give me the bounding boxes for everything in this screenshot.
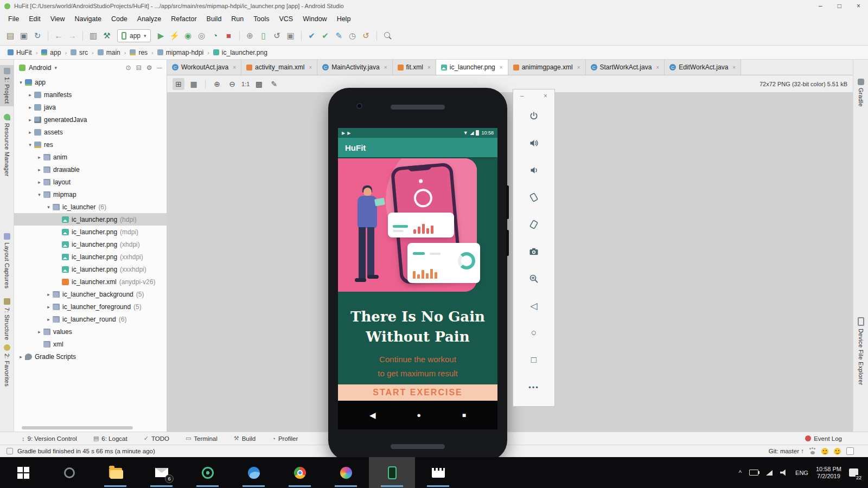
menu-item-file[interactable]: File xyxy=(3,15,24,23)
tree-item-ic-launcher-png-xhdpi[interactable]: ic_launcher.png(xhdpi) xyxy=(14,238,167,251)
tree-item-generatedjava[interactable]: ▸generatedJava xyxy=(14,113,167,126)
taskbar-edge[interactable] xyxy=(231,457,277,488)
tree-item-ic-launcher-round-6[interactable]: ▸ic_launcher_round(6) xyxy=(14,313,167,325)
settings-icon[interactable]: ⚙ xyxy=(146,64,152,72)
emulator-zoom-button[interactable] xyxy=(513,265,554,292)
tree-item-ic-launcher-png-hdpi[interactable]: ic_launcher.png(hdpi) xyxy=(14,213,167,226)
expand-arrow-icon[interactable]: ▾ xyxy=(45,204,52,210)
taskbar-mail[interactable]: 6 xyxy=(138,457,184,488)
edit-pencil-icon[interactable]: ✎ xyxy=(268,78,280,90)
volume-icon[interactable] xyxy=(780,470,788,476)
emulator-overview-button[interactable]: □ xyxy=(513,346,554,374)
emulator-rotate-right-button[interactable] xyxy=(513,211,554,238)
expand-arrow-icon[interactable]: ▸ xyxy=(27,92,34,98)
checker-background-icon[interactable]: ▩ xyxy=(253,78,265,90)
breadcrumb-item-app[interactable]: app xyxy=(39,48,63,57)
battery-icon[interactable] xyxy=(749,470,758,476)
taskbar-video[interactable] xyxy=(415,457,461,488)
expand-arrow-icon[interactable]: ▸ xyxy=(45,304,52,310)
tab-mainactivity-java[interactable]: MainActivity.java× xyxy=(317,60,392,75)
taskbar-android-studio[interactable] xyxy=(184,457,231,488)
menu-item-window[interactable]: Window xyxy=(298,15,331,23)
taskbar-start[interactable] xyxy=(0,457,46,488)
menu-item-analyze[interactable]: Analyze xyxy=(132,15,166,23)
tab-close-icon[interactable]: × xyxy=(656,65,659,70)
tree-item-java[interactable]: ▸java xyxy=(14,101,167,113)
emulator-screenshot-button[interactable] xyxy=(513,238,554,265)
menu-item-help[interactable]: Help xyxy=(332,15,356,23)
hide-panel-icon[interactable]: ─ xyxy=(157,64,162,72)
breadcrumb-item-ic-launcher-png[interactable]: ic_launcher.png xyxy=(211,48,270,57)
debug-icon[interactable]: ◉ xyxy=(182,30,194,42)
toolwindow-resource-manager[interactable]: Resource Manager xyxy=(0,111,14,179)
horizontal-scrollbar[interactable] xyxy=(22,426,133,429)
expand-arrow-icon[interactable]: ▸ xyxy=(27,130,34,135)
build-hammer-icon[interactable]: ⚒ xyxy=(101,30,113,42)
zoom-fit-icon[interactable]: ⊞ xyxy=(173,78,184,90)
tab-fit-xml[interactable]: fit.xml× xyxy=(393,60,436,75)
annotate-icon[interactable]: ✎ xyxy=(333,30,345,42)
expand-arrow-icon[interactable]: ▸ xyxy=(36,329,43,335)
tab-ic-launcher-png[interactable]: ic_launcher.png× xyxy=(436,60,508,75)
tab-close-icon[interactable]: × xyxy=(233,65,236,70)
grid-icon[interactable]: ▦ xyxy=(188,78,200,90)
emulator-back-button[interactable]: ◁ xyxy=(513,292,554,319)
toolwindow-7-structure[interactable]: 7: Structure xyxy=(0,296,14,343)
tree-item-app[interactable]: ▾app xyxy=(14,76,167,88)
locate-file-icon[interactable]: ⊙ xyxy=(126,64,131,72)
apply-changes-icon[interactable]: ⚡ xyxy=(169,30,181,42)
menu-item-build[interactable]: Build xyxy=(202,15,227,23)
forward-arrow-icon[interactable]: → xyxy=(66,30,78,42)
expand-arrow-icon[interactable]: ▸ xyxy=(27,117,34,123)
avd-manager-icon[interactable]: ▯ xyxy=(258,30,270,42)
taskbar-cortana[interactable] xyxy=(46,457,92,488)
phone-power-button[interactable] xyxy=(506,230,509,256)
vcs-update-icon[interactable]: ✔ xyxy=(306,30,318,42)
emulator-volume-up-button[interactable] xyxy=(513,130,554,157)
tab-close-icon[interactable]: × xyxy=(309,65,312,70)
expand-arrow-icon[interactable]: ▸ xyxy=(36,155,43,160)
expand-arrow-icon[interactable]: ▾ xyxy=(17,80,24,85)
tab-startworkact-java[interactable]: StartWorkAct.java× xyxy=(586,60,665,75)
emulator-power-button[interactable] xyxy=(513,102,554,130)
emulator-minimize-button[interactable]: – xyxy=(520,92,524,100)
toolwindow-1-project[interactable]: 1: Project xyxy=(0,65,14,106)
tree-item-ic-launcher-6[interactable]: ▾ic_launcher(6) xyxy=(14,201,167,213)
sync-project-icon[interactable]: ↺ xyxy=(271,30,283,42)
nav-back-icon[interactable]: ◀ xyxy=(369,410,376,420)
tree-item-assets[interactable]: ▸assets xyxy=(14,126,167,138)
tree-item-values[interactable]: ▸values xyxy=(14,325,167,338)
rollback-icon[interactable]: ↺ xyxy=(360,30,372,42)
profiler-icon[interactable]: ◔ xyxy=(209,30,221,42)
network-icon[interactable] xyxy=(766,470,773,476)
expand-arrow-icon[interactable]: ▸ xyxy=(36,167,43,172)
run-icon[interactable]: ▶ xyxy=(155,30,167,42)
menu-item-navigate[interactable]: Navigate xyxy=(70,15,106,23)
menu-item-vcs[interactable]: VCS xyxy=(274,15,298,23)
tab-close-icon[interactable]: × xyxy=(577,65,580,70)
tab-editworkact-java[interactable]: EditWorkAct.java× xyxy=(665,60,741,75)
toolwindow-button-6-logcat[interactable]: ▤6: Logcat xyxy=(93,435,127,442)
expand-arrow-icon[interactable]: ▸ xyxy=(45,317,52,322)
emulator-close-button[interactable]: × xyxy=(544,92,547,100)
tree-item-manifests[interactable]: ▸manifests xyxy=(14,88,167,101)
coverage-icon[interactable]: ◎ xyxy=(196,30,208,42)
tree-item-ic-launcher-background-5[interactable]: ▸ic_launcher_background(5) xyxy=(14,288,167,300)
tab-activity-main-xml[interactable]: activity_main.xml× xyxy=(241,60,317,75)
project-structure-icon[interactable]: ▥ xyxy=(87,30,99,42)
menu-item-code[interactable]: Code xyxy=(106,15,132,23)
sdk-manager-icon[interactable]: ▣ xyxy=(285,30,297,42)
expand-arrow-icon[interactable]: ▸ xyxy=(45,292,52,297)
breadcrumb-item-hufit[interactable]: HuFit xyxy=(5,48,34,57)
emulator-home-button[interactable]: ○ xyxy=(513,319,554,346)
emulator-screen[interactable]: ▶ ▶ ▼ ◢ 10:58 HuFit xyxy=(338,128,497,429)
run-configuration-dropdown[interactable]: app ▾ xyxy=(117,29,151,42)
breadcrumb-item-mipmap-hdpi[interactable]: mipmap-hdpi xyxy=(155,48,206,57)
history-icon[interactable]: ◷ xyxy=(347,30,359,42)
tree-item-drawable[interactable]: ▸drawable xyxy=(14,163,167,176)
minimize-button[interactable]: – xyxy=(819,2,822,10)
action-center-icon[interactable]: 22 xyxy=(849,468,858,477)
tree-item-mipmap[interactable]: ▾mipmap xyxy=(14,188,167,201)
save-all-icon[interactable]: ▣ xyxy=(18,30,30,42)
toolwindow-device-file-explorer[interactable]: Device File Explorer xyxy=(853,314,868,388)
